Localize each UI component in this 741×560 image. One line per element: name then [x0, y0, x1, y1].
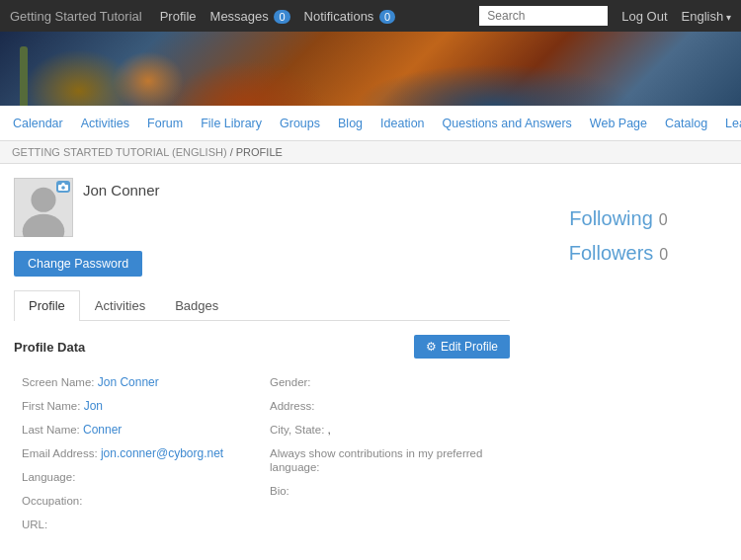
svg-marker-5 [61, 183, 65, 185]
notifications-badge: 0 [379, 10, 395, 24]
nav-messages-link[interactable]: Messages 0 [210, 9, 290, 24]
avatar-area: Jon Conner [14, 178, 510, 237]
fields-left-column: Screen Name: Jon Conner First Name: Jon … [14, 370, 262, 536]
site-title: Getting Started Tutorial [10, 9, 142, 24]
breadcrumb-current: Profile [236, 146, 283, 158]
field-url: URL: [14, 513, 262, 536]
secnav-activities[interactable]: Activities [74, 106, 136, 141]
gear-icon: ⚙ [426, 340, 437, 354]
tab-activities[interactable]: Activities [80, 290, 160, 320]
svg-point-1 [31, 188, 55, 212]
profile-right-panel: Following 0 Followers 0 [510, 178, 727, 536]
avatar-container [14, 178, 73, 237]
secnav-blog[interactable]: Blog [331, 106, 370, 141]
following-stat: Following 0 [510, 207, 727, 230]
following-count: 0 [659, 211, 668, 229]
followers-stat: Followers 0 [510, 242, 727, 265]
language-selector[interactable]: English [682, 9, 731, 24]
followers-count: 0 [659, 246, 668, 264]
profile-tabs: Profile Activities Badges [14, 290, 510, 321]
user-display-name: Jon Conner [83, 178, 160, 199]
social-stats: Following 0 Followers 0 [510, 207, 727, 265]
field-preferred-language: Always show contributions in my preferre… [262, 441, 510, 479]
field-bio: Bio: [262, 479, 510, 503]
breadcrumb-parent[interactable]: Getting Started Tutorial (English) [12, 146, 227, 158]
profile-left-panel: Jon Conner Change Password Profile Activ… [14, 178, 510, 536]
camera-icon[interactable] [56, 181, 70, 193]
profile-data-title: Profile Data [14, 340, 85, 355]
field-address: Address: [262, 394, 510, 418]
change-password-button[interactable]: Change Password [14, 251, 142, 277]
secnav-catalog[interactable]: Catalog [658, 106, 714, 141]
secnav-calendar[interactable]: Calendar [6, 106, 70, 141]
hero-banner [0, 32, 741, 106]
field-gender: Gender: [262, 370, 510, 394]
main-content: Jon Conner Change Password Profile Activ… [0, 164, 741, 550]
secnav-forum[interactable]: Forum [140, 106, 190, 141]
breadcrumb: Getting Started Tutorial (English) / Pro… [0, 141, 741, 164]
tab-profile[interactable]: Profile [14, 290, 80, 321]
secnav-groups[interactable]: Groups [273, 106, 327, 141]
svg-point-4 [61, 186, 65, 190]
field-city-state: City, State: , [262, 418, 510, 441]
following-label: Following [569, 207, 652, 230]
logout-link[interactable]: Log Out [621, 9, 667, 24]
tab-badges[interactable]: Badges [160, 290, 233, 320]
profile-fields-grid: Screen Name: Jon Conner First Name: Jon … [14, 370, 510, 536]
field-language: Language: [14, 465, 262, 489]
field-last-name: Last Name: Conner [14, 418, 262, 441]
secnav-web-page[interactable]: Web Page [583, 106, 654, 141]
search-input[interactable] [479, 6, 608, 26]
profile-data-header: Profile Data ⚙ Edit Profile [14, 335, 510, 359]
field-email: Email Address: jon.conner@cyborg.net [14, 441, 262, 465]
fields-right-column: Gender: Address: City, State: , Always s… [262, 370, 510, 536]
secnav-ideation[interactable]: Ideation [373, 106, 431, 141]
field-first-name: First Name: Jon [14, 394, 262, 418]
messages-badge: 0 [274, 10, 289, 24]
secondary-navigation: Calendar Activities Forum File Library G… [0, 106, 741, 141]
followers-label: Followers [569, 242, 654, 265]
secnav-questions-answers[interactable]: Questions and Answers [436, 106, 579, 141]
secnav-file-library[interactable]: File Library [194, 106, 269, 141]
top-navigation: Getting Started Tutorial Profile Message… [0, 0, 741, 32]
field-screen-name: Screen Name: Jon Conner [14, 370, 262, 394]
nav-notifications-link[interactable]: Notifications 0 [304, 9, 396, 24]
secnav-leaderboard[interactable]: Leaderboard [718, 106, 741, 141]
nav-profile-link[interactable]: Profile [160, 9, 197, 24]
edit-profile-button[interactable]: ⚙ Edit Profile [414, 335, 510, 359]
field-occupation: Occupation: [14, 489, 262, 513]
